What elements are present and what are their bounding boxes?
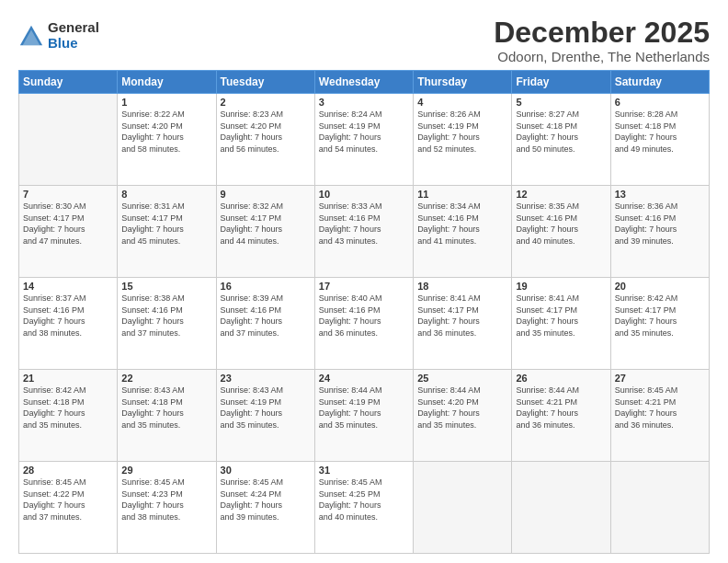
day-info: Sunrise: 8:45 AM Sunset: 4:22 PM Dayligh… bbox=[23, 477, 113, 523]
header: General Blue December 2025 Odoorn, Drent… bbox=[18, 17, 710, 64]
day-number: 17 bbox=[319, 281, 409, 292]
day-info: Sunrise: 8:42 AM Sunset: 4:17 PM Dayligh… bbox=[615, 293, 705, 339]
day-info: Sunrise: 8:30 AM Sunset: 4:17 PM Dayligh… bbox=[23, 201, 113, 247]
day-number: 5 bbox=[516, 97, 606, 108]
day-info: Sunrise: 8:43 AM Sunset: 4:18 PM Dayligh… bbox=[121, 385, 211, 431]
table-row: 31Sunrise: 8:45 AM Sunset: 4:25 PM Dayli… bbox=[314, 462, 413, 554]
day-number: 20 bbox=[615, 281, 705, 292]
day-number: 7 bbox=[23, 189, 113, 200]
day-number: 22 bbox=[121, 373, 211, 384]
calendar-week-row: 1Sunrise: 8:22 AM Sunset: 4:20 PM Daylig… bbox=[19, 94, 710, 186]
table-row: 18Sunrise: 8:41 AM Sunset: 4:17 PM Dayli… bbox=[414, 278, 512, 370]
location: Odoorn, Drenthe, The Netherlands bbox=[494, 49, 710, 64]
logo-text: General Blue bbox=[48, 20, 99, 51]
day-number: 3 bbox=[319, 97, 409, 108]
day-info: Sunrise: 8:39 AM Sunset: 4:16 PM Dayligh… bbox=[221, 293, 311, 339]
day-number: 2 bbox=[221, 97, 311, 108]
day-number: 24 bbox=[319, 373, 409, 384]
table-row: 10Sunrise: 8:33 AM Sunset: 4:16 PM Dayli… bbox=[314, 186, 413, 278]
table-row: 13Sunrise: 8:36 AM Sunset: 4:16 PM Dayli… bbox=[610, 186, 709, 278]
day-number: 6 bbox=[615, 97, 705, 108]
day-info: Sunrise: 8:42 AM Sunset: 4:18 PM Dayligh… bbox=[23, 385, 113, 431]
day-number: 8 bbox=[121, 189, 211, 200]
table-row: 12Sunrise: 8:35 AM Sunset: 4:16 PM Dayli… bbox=[512, 186, 610, 278]
calendar-week-row: 28Sunrise: 8:45 AM Sunset: 4:22 PM Dayli… bbox=[19, 462, 710, 554]
table-row: 4Sunrise: 8:26 AM Sunset: 4:19 PM Daylig… bbox=[414, 94, 512, 186]
col-tuesday: Tuesday bbox=[216, 71, 314, 94]
table-row: 30Sunrise: 8:45 AM Sunset: 4:24 PM Dayli… bbox=[216, 462, 314, 554]
day-number: 10 bbox=[319, 189, 409, 200]
table-row: 24Sunrise: 8:44 AM Sunset: 4:19 PM Dayli… bbox=[314, 370, 413, 462]
table-row: 7Sunrise: 8:30 AM Sunset: 4:17 PM Daylig… bbox=[19, 186, 118, 278]
col-monday: Monday bbox=[118, 71, 216, 94]
day-info: Sunrise: 8:41 AM Sunset: 4:17 PM Dayligh… bbox=[417, 293, 507, 339]
col-saturday: Saturday bbox=[610, 71, 709, 94]
day-info: Sunrise: 8:24 AM Sunset: 4:19 PM Dayligh… bbox=[319, 109, 409, 155]
day-info: Sunrise: 8:37 AM Sunset: 4:16 PM Dayligh… bbox=[23, 293, 113, 339]
table-row: 14Sunrise: 8:37 AM Sunset: 4:16 PM Dayli… bbox=[19, 278, 118, 370]
table-row: 16Sunrise: 8:39 AM Sunset: 4:16 PM Dayli… bbox=[216, 278, 314, 370]
day-info: Sunrise: 8:31 AM Sunset: 4:17 PM Dayligh… bbox=[121, 201, 211, 247]
day-number: 31 bbox=[319, 465, 409, 476]
day-number: 9 bbox=[221, 189, 311, 200]
day-info: Sunrise: 8:35 AM Sunset: 4:16 PM Dayligh… bbox=[516, 201, 606, 247]
day-number: 28 bbox=[23, 465, 113, 476]
day-info: Sunrise: 8:27 AM Sunset: 4:18 PM Dayligh… bbox=[516, 109, 606, 155]
table-row bbox=[414, 462, 512, 554]
title-area: December 2025 Odoorn, Drenthe, The Nethe… bbox=[494, 17, 710, 64]
table-row: 3Sunrise: 8:24 AM Sunset: 4:19 PM Daylig… bbox=[314, 94, 413, 186]
day-number: 21 bbox=[23, 373, 113, 384]
day-info: Sunrise: 8:45 AM Sunset: 4:24 PM Dayligh… bbox=[221, 477, 311, 523]
day-number: 23 bbox=[221, 373, 311, 384]
day-number: 1 bbox=[121, 97, 211, 108]
table-row: 1Sunrise: 8:22 AM Sunset: 4:20 PM Daylig… bbox=[118, 94, 216, 186]
table-row: 11Sunrise: 8:34 AM Sunset: 4:16 PM Dayli… bbox=[414, 186, 512, 278]
table-row: 15Sunrise: 8:38 AM Sunset: 4:16 PM Dayli… bbox=[118, 278, 216, 370]
day-number: 12 bbox=[516, 189, 606, 200]
day-info: Sunrise: 8:45 AM Sunset: 4:25 PM Dayligh… bbox=[319, 477, 409, 523]
table-row: 29Sunrise: 8:45 AM Sunset: 4:23 PM Dayli… bbox=[118, 462, 216, 554]
day-number: 29 bbox=[121, 465, 211, 476]
day-info: Sunrise: 8:40 AM Sunset: 4:16 PM Dayligh… bbox=[319, 293, 409, 339]
calendar-table: Sunday Monday Tuesday Wednesday Thursday… bbox=[18, 70, 710, 554]
day-info: Sunrise: 8:41 AM Sunset: 4:17 PM Dayligh… bbox=[516, 293, 606, 339]
day-number: 25 bbox=[417, 373, 507, 384]
day-info: Sunrise: 8:38 AM Sunset: 4:16 PM Dayligh… bbox=[121, 293, 211, 339]
col-friday: Friday bbox=[512, 71, 610, 94]
day-number: 15 bbox=[121, 281, 211, 292]
table-row: 9Sunrise: 8:32 AM Sunset: 4:17 PM Daylig… bbox=[216, 186, 314, 278]
logo-general-text: General bbox=[48, 20, 99, 36]
day-number: 27 bbox=[615, 373, 705, 384]
day-info: Sunrise: 8:44 AM Sunset: 4:19 PM Dayligh… bbox=[319, 385, 409, 431]
day-info: Sunrise: 8:44 AM Sunset: 4:20 PM Dayligh… bbox=[417, 385, 507, 431]
day-info: Sunrise: 8:32 AM Sunset: 4:17 PM Dayligh… bbox=[221, 201, 311, 247]
table-row bbox=[610, 462, 709, 554]
table-row bbox=[19, 94, 118, 186]
table-row: 17Sunrise: 8:40 AM Sunset: 4:16 PM Dayli… bbox=[314, 278, 413, 370]
day-info: Sunrise: 8:45 AM Sunset: 4:21 PM Dayligh… bbox=[615, 385, 705, 431]
table-row: 21Sunrise: 8:42 AM Sunset: 4:18 PM Dayli… bbox=[19, 370, 118, 462]
day-number: 19 bbox=[516, 281, 606, 292]
month-title: December 2025 bbox=[494, 17, 710, 49]
day-info: Sunrise: 8:34 AM Sunset: 4:16 PM Dayligh… bbox=[417, 201, 507, 247]
table-row: 23Sunrise: 8:43 AM Sunset: 4:19 PM Dayli… bbox=[216, 370, 314, 462]
day-info: Sunrise: 8:23 AM Sunset: 4:20 PM Dayligh… bbox=[221, 109, 311, 155]
day-info: Sunrise: 8:36 AM Sunset: 4:16 PM Dayligh… bbox=[615, 201, 705, 247]
day-number: 18 bbox=[417, 281, 507, 292]
col-sunday: Sunday bbox=[19, 71, 118, 94]
calendar-header-row: Sunday Monday Tuesday Wednesday Thursday… bbox=[19, 71, 710, 94]
day-number: 30 bbox=[221, 465, 311, 476]
day-info: Sunrise: 8:22 AM Sunset: 4:20 PM Dayligh… bbox=[121, 109, 211, 155]
calendar-week-row: 14Sunrise: 8:37 AM Sunset: 4:16 PM Dayli… bbox=[19, 278, 710, 370]
day-number: 13 bbox=[615, 189, 705, 200]
day-number: 11 bbox=[417, 189, 507, 200]
table-row: 19Sunrise: 8:41 AM Sunset: 4:17 PM Dayli… bbox=[512, 278, 610, 370]
table-row bbox=[512, 462, 610, 554]
logo: General Blue bbox=[18, 20, 99, 51]
table-row: 26Sunrise: 8:44 AM Sunset: 4:21 PM Dayli… bbox=[512, 370, 610, 462]
table-row: 25Sunrise: 8:44 AM Sunset: 4:20 PM Dayli… bbox=[414, 370, 512, 462]
day-info: Sunrise: 8:45 AM Sunset: 4:23 PM Dayligh… bbox=[121, 477, 211, 523]
col-thursday: Thursday bbox=[414, 71, 512, 94]
day-number: 4 bbox=[417, 97, 507, 108]
table-row: 28Sunrise: 8:45 AM Sunset: 4:22 PM Dayli… bbox=[19, 462, 118, 554]
